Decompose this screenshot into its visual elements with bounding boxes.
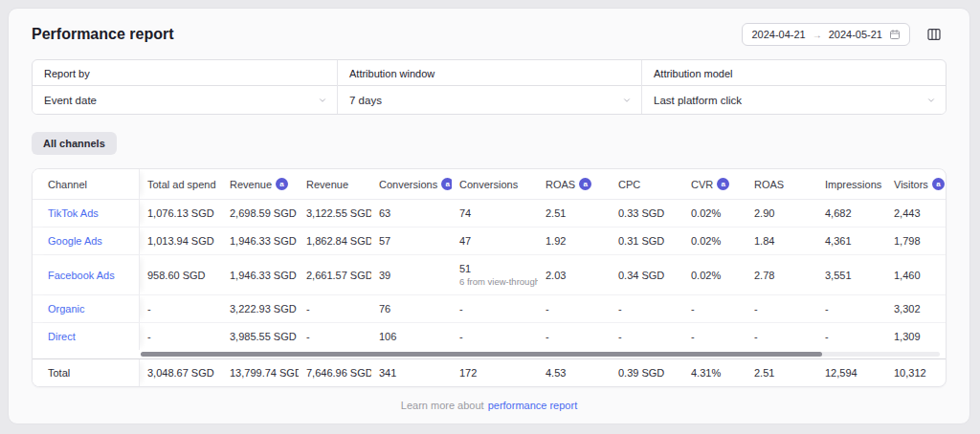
footer-text: Learn more about — [401, 400, 484, 411]
column-header-revenue-3: Revenue — [299, 170, 371, 199]
cell: 3,048.67 SGD — [140, 359, 222, 386]
cell: - — [746, 295, 817, 322]
footer: Learn more aboutperformance report — [9, 400, 969, 411]
column-header-roas-6: ROASa — [538, 169, 611, 199]
performance-table: ChannelTotal ad spendRevenueaRevenueConv… — [32, 168, 947, 387]
cell: 3,222.93 SGD — [222, 295, 299, 322]
cell: 0.31 SGD — [611, 228, 683, 254]
cell: 0.33 SGD — [611, 200, 683, 227]
cell-note: 6 from view-through — [459, 276, 534, 287]
cell: 2,698.59 SGD — [222, 200, 299, 227]
cell: 958.60 SGD — [140, 262, 222, 289]
cell: - — [817, 295, 886, 322]
cell: 3,302 — [886, 295, 946, 322]
cell: 1.84 — [746, 228, 817, 254]
report-card: Performance report 2024-04-21 → 2024-05-… — [8, 8, 970, 424]
cell: 2,661.57 SGD — [299, 262, 371, 289]
scrollbar-thumb[interactable] — [141, 352, 822, 357]
filter-attribution-model: Attribution model Last platform click — [641, 60, 946, 114]
cell: 106 — [371, 323, 452, 350]
cell: 4.31% — [683, 359, 746, 386]
filter-attribution-window-value: 7 days — [349, 95, 382, 106]
cell: 1,460 — [886, 262, 946, 289]
table-total-row: Total3,048.67 SGD13,799.74 SGD7,646.96 S… — [33, 358, 946, 386]
cell: 47 — [452, 228, 538, 254]
channel-link-tiktok-ads[interactable]: TikTok Ads — [48, 207, 99, 219]
attributed-badge-icon: a — [717, 178, 729, 190]
date-end: 2024-05-21 — [829, 29, 882, 40]
cell: - — [611, 295, 683, 322]
columns-view-button[interactable] — [922, 22, 947, 47]
filter-attribution-model-label: Attribution model — [642, 60, 946, 85]
table-row-tiktok-ads: TikTok Ads1,076.13 SGD2,698.59 SGD3,122.… — [33, 200, 946, 228]
channel-link-direct[interactable]: Direct — [48, 331, 76, 342]
cell: - — [299, 295, 371, 322]
cell: 0.02% — [683, 262, 746, 289]
cell: - — [683, 323, 746, 350]
cell: 4.53 — [538, 359, 611, 386]
cell: 13,799.74 SGD — [222, 359, 299, 386]
filter-report-by-select[interactable]: Event date — [33, 85, 337, 114]
filter-attribution-model-select[interactable]: Last platform click — [642, 85, 946, 114]
cell: 172 — [452, 359, 538, 386]
column-header-channel-0: Channel — [33, 169, 140, 199]
column-header-impressions-10: Impressions — [817, 170, 886, 199]
table-body: TikTok Ads1,076.13 SGD2,698.59 SGD3,122.… — [33, 200, 946, 350]
chevron-down-icon — [926, 96, 936, 105]
page-title: Performance report — [32, 26, 174, 43]
cell: 1,946.33 SGD — [222, 262, 299, 289]
cell: - — [452, 295, 538, 322]
channel-cell: TikTok Ads — [33, 200, 140, 227]
header: Performance report 2024-04-21 → 2024-05-… — [9, 9, 969, 59]
filter-attribution-model-value: Last platform click — [654, 95, 742, 106]
column-header-visitors-11: Visitorsa — [886, 169, 946, 199]
all-channels-chip[interactable]: All channels — [32, 132, 117, 155]
channel-cell: Direct — [33, 323, 140, 350]
channel-link-organic[interactable]: Organic — [48, 303, 85, 315]
cell: 0.02% — [683, 228, 746, 254]
filter-attribution-window-label: Attribution window — [338, 60, 641, 85]
header-controls: 2024-04-21 → 2024-05-21 — [742, 22, 947, 47]
cell: 1,013.94 SGD — [140, 228, 222, 254]
cell: - — [140, 323, 222, 350]
cell: - — [538, 295, 611, 322]
column-header-revenue-2: Revenuea — [222, 169, 299, 199]
column-header-total-ad-spend-1: Total ad spend — [140, 170, 222, 199]
table-header-row: ChannelTotal ad spendRevenueaRevenueConv… — [33, 169, 946, 200]
cell: 0.34 SGD — [611, 262, 683, 289]
cell: 12,594 — [817, 359, 886, 386]
column-header-cvr-8: CVRa — [683, 169, 746, 199]
page: { "colors": { "badge": "#5b5bd6", "link"… — [0, 0, 980, 434]
channel-cell: Organic — [33, 295, 140, 322]
column-header-cpc-7: CPC — [611, 170, 683, 199]
channel-link-facebook-ads[interactable]: Facebook Ads — [48, 270, 115, 281]
channel-cell: Facebook Ads — [33, 255, 140, 294]
performance-report-link[interactable]: performance report — [488, 400, 578, 411]
table-row-google-ads: Google Ads1,013.94 SGD1,946.33 SGD1,862.… — [33, 228, 946, 255]
cell: 76 — [371, 295, 452, 322]
cell: 0.02% — [683, 200, 746, 227]
filters-bar: Report by Event date Attribution window … — [32, 59, 947, 115]
cell: - — [746, 323, 817, 350]
filter-report-by: Report by Event date — [33, 60, 337, 114]
cell: 57 — [371, 228, 452, 254]
table-row-organic: Organic-3,222.93 SGD-76------3,302 — [33, 295, 946, 323]
channel-cell: Google Ads — [33, 228, 140, 254]
cell: - — [817, 323, 886, 350]
cell: 1,798 — [886, 228, 946, 254]
date-range-picker[interactable]: 2024-04-21 → 2024-05-21 — [742, 23, 910, 46]
attributed-badge-icon: a — [579, 178, 591, 190]
filter-report-by-label: Report by — [33, 60, 337, 85]
horizontal-scrollbar[interactable] — [33, 350, 946, 358]
cell: 516 from view-through — [452, 255, 538, 294]
channel-link-google-ads[interactable]: Google Ads — [48, 235, 102, 247]
filter-attribution-window-select[interactable]: 7 days — [338, 85, 641, 114]
cell: - — [140, 295, 222, 322]
filter-report-by-value: Event date — [44, 95, 97, 106]
attributed-badge-icon: a — [276, 178, 288, 190]
cell: 0.39 SGD — [611, 359, 683, 386]
cell: 1,862.84 SGD — [299, 228, 371, 254]
cell: - — [299, 323, 371, 350]
filter-attribution-window: Attribution window 7 days — [337, 60, 641, 114]
cell: 2.78 — [746, 262, 817, 289]
